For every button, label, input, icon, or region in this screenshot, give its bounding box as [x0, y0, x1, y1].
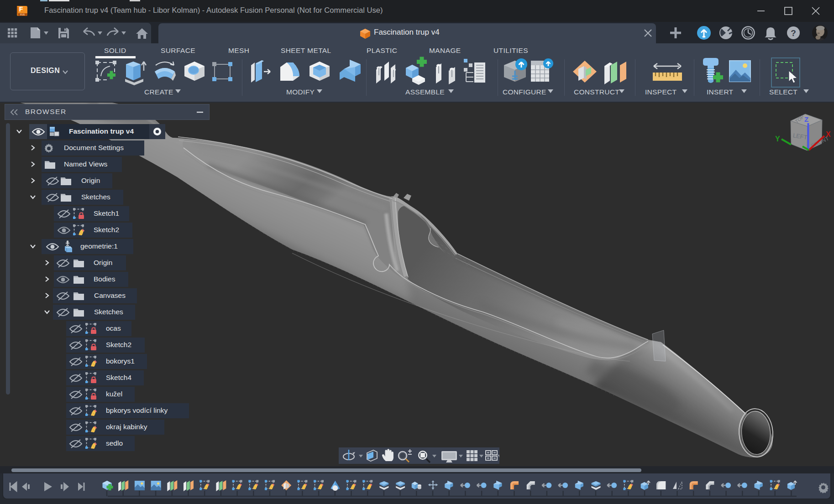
svg-text:?: ?	[791, 28, 796, 38]
svg-text:X: X	[826, 130, 831, 138]
svg-text:Z: Z	[804, 115, 808, 123]
svg-text:FUS: FUS	[20, 13, 25, 16]
svg-text:F: F	[19, 5, 23, 13]
svg-text:Y: Y	[775, 135, 780, 143]
